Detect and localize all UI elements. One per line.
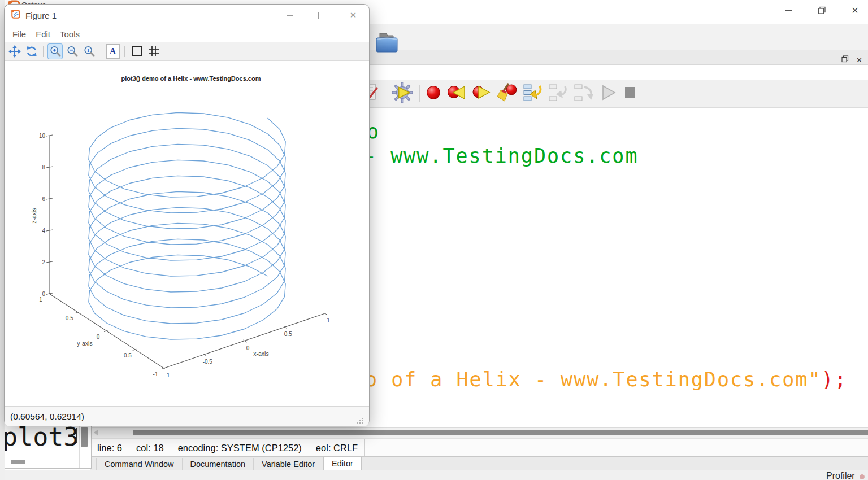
svg-text:6: 6 <box>42 196 45 202</box>
svg-text:4: 4 <box>42 228 45 234</box>
menu-file[interactable]: File <box>12 29 26 39</box>
figure-titlebar[interactable]: Figure 1 ✕ <box>5 5 369 26</box>
svg-text:8: 8 <box>42 164 45 171</box>
plot-title: plot3() demo of a Helix - www.TestingDoc… <box>121 75 261 82</box>
figure-close-icon[interactable]: ✕ <box>337 5 369 26</box>
tab-variable-editor[interactable]: Variable Editor <box>254 458 323 471</box>
tab-command-window[interactable]: Command Window <box>96 458 183 471</box>
step-over-icon[interactable] <box>523 84 542 104</box>
main-window-title-partial: Octave <box>21 1 55 5</box>
status-col: col: 18 <box>129 439 171 457</box>
step-in-icon[interactable] <box>549 84 568 104</box>
status-encoding: encoding: SYSTEM (CP1252) <box>171 439 309 457</box>
svg-text:-1: -1 <box>165 372 170 378</box>
toolbar-separator <box>43 46 44 57</box>
bottom-strip <box>0 470 868 480</box>
menu-tools[interactable]: Tools <box>60 29 80 39</box>
plot-canvas[interactable]: -1-0.500.5110.50-0.5-10246810 plot3() de… <box>5 61 369 406</box>
helix-line <box>89 112 285 339</box>
svg-text:0.5: 0.5 <box>284 331 292 337</box>
command-window-popup[interactable]: plot3 <box>0 423 92 469</box>
figure-statusbar: (0.60564, 0.62914) <box>5 406 369 426</box>
figure-window-controls: ✕ <box>274 5 369 26</box>
run-script-icon[interactable] <box>392 82 413 106</box>
clear-all-breakpoints-icon[interactable] <box>497 83 517 104</box>
code-punctuation: ); <box>822 368 848 391</box>
zoom-out-icon[interactable] <box>65 44 79 59</box>
continue-icon[interactable] <box>600 84 617 103</box>
stop-icon[interactable] <box>623 85 637 103</box>
dock-close-icon[interactable]: ✕ <box>856 56 862 64</box>
figure-minimize-icon[interactable] <box>274 5 306 26</box>
scroll-left-arrow-icon[interactable] <box>94 429 98 436</box>
status-line: line: 6 <box>90 439 129 457</box>
svg-text:1: 1 <box>39 296 42 303</box>
svg-text:1: 1 <box>327 317 330 324</box>
octave-logo-icon <box>11 9 21 21</box>
restore-icon[interactable] <box>816 5 827 16</box>
octave-logo-partial <box>8 0 20 5</box>
next-breakpoint-icon[interactable] <box>472 84 491 103</box>
hscroll-thumb[interactable] <box>133 430 868 435</box>
x-axis-label: x-axis <box>253 350 268 357</box>
previous-breakpoint-icon[interactable] <box>447 84 466 103</box>
status-eol: eol: CRLF <box>309 439 365 457</box>
figure-window-title: Figure 1 <box>25 11 57 20</box>
main-window-controls: ✕ <box>783 5 861 16</box>
resize-grip-icon[interactable] <box>356 416 363 426</box>
command-popup-text: plot3 <box>2 423 79 452</box>
svg-text:10: 10 <box>39 133 46 139</box>
popup-small-bar <box>11 460 25 464</box>
step-out-icon[interactable] <box>574 84 593 104</box>
undock-icon[interactable] <box>841 55 849 65</box>
svg-text:0: 0 <box>246 345 250 351</box>
dock-controls: ✕ <box>841 55 862 65</box>
close-icon[interactable]: ✕ <box>849 5 861 16</box>
svg-text:1: 1 <box>86 47 89 53</box>
figure-window: Figure 1 ✕ File Edit Tools <box>5 5 369 425</box>
popup-vscroll-thumb[interactable] <box>81 427 88 447</box>
code-string: o of a Helix - www.TestingDocs.com" <box>365 368 822 391</box>
code-line-title-call[interactable]: o of a Helix - www.TestingDocs.com"); <box>365 368 848 391</box>
octave-app: Octave ✕ ✕ <box>0 0 868 480</box>
text-cursor <box>76 428 77 443</box>
editor-statusbar: line: 6 col: 18 encoding: SYSTEM (CP1252… <box>90 438 868 457</box>
svg-text:0: 0 <box>97 334 100 340</box>
popup-scroll-divider <box>79 424 80 468</box>
svg-text:-0.5: -0.5 <box>203 359 213 365</box>
svg-text:-1: -1 <box>153 371 158 377</box>
cursor-coordinates: (0.60564, 0.62914) <box>10 412 84 422</box>
toolbar-separator <box>419 85 420 102</box>
toolbar-separator <box>101 46 101 57</box>
toggle-grid-icon[interactable] <box>146 44 160 59</box>
svg-text:2: 2 <box>42 259 45 265</box>
profiler-status-icon <box>860 474 865 479</box>
insert-text-icon[interactable]: A <box>106 44 120 59</box>
code-line-comment-2[interactable]: - www.TestingDocs.com <box>364 145 639 167</box>
tab-editor[interactable]: Editor <box>323 456 362 472</box>
y-axis-label: y-axis <box>77 340 92 347</box>
toggle-breakpoint-icon[interactable] <box>426 85 441 102</box>
toolbar-separator <box>124 46 125 57</box>
zoom-in-icon[interactable] <box>48 44 62 59</box>
open-folder-icon[interactable] <box>375 31 400 57</box>
left-dock-sliver <box>0 0 5 480</box>
svg-text:0: 0 <box>42 291 45 297</box>
z-axis-label: z-axis <box>31 208 37 223</box>
zoom-original-icon[interactable]: 1 <box>82 44 96 59</box>
pan-icon[interactable] <box>7 44 21 59</box>
profiler-label[interactable]: Profiler <box>826 471 855 480</box>
svg-text:0.5: 0.5 <box>66 315 73 321</box>
minimize-icon[interactable] <box>783 5 794 16</box>
figure-menubar: File Edit Tools <box>5 26 369 42</box>
toggle-axes-icon[interactable] <box>129 44 144 59</box>
menu-edit[interactable]: Edit <box>36 29 50 39</box>
rotate-icon[interactable] <box>24 44 38 59</box>
figure-maximize-icon[interactable] <box>306 5 337 26</box>
dock-tabbar: Command Window Documentation Variable Ed… <box>90 456 868 471</box>
tab-documentation[interactable]: Documentation <box>183 458 254 471</box>
toolbar-separator <box>385 85 385 102</box>
status-spacer <box>365 439 868 457</box>
figure-toolbar: 1 A <box>5 42 369 61</box>
svg-text:-0.5: -0.5 <box>122 352 132 359</box>
